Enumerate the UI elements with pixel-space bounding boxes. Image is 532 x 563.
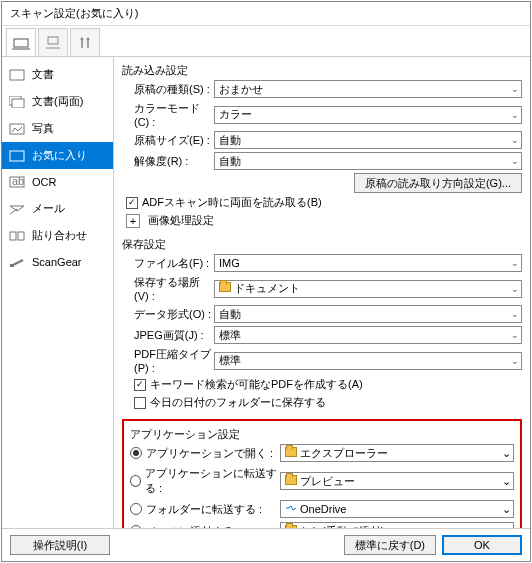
- scangear-icon: [8, 255, 26, 269]
- orientation-button[interactable]: 原稿の読み取り方向設定(G)...: [354, 173, 522, 193]
- mode-tabs: [2, 26, 530, 57]
- document-duplex-icon: [8, 95, 26, 109]
- adf-checkbox[interactable]: ✓: [126, 197, 138, 209]
- send-app-select[interactable]: プレビュー⌄: [280, 472, 514, 490]
- sidebar-item-label: OCR: [32, 176, 56, 188]
- save-section-title: 保存設定: [122, 237, 522, 252]
- main-panel: 読み込み設定 原稿の種類(S) : おまかせ⌄ カラーモード(C) : カラー⌄…: [114, 57, 530, 528]
- tab-scanner[interactable]: [6, 28, 36, 56]
- sidebar-item-scangear[interactable]: ScanGear: [2, 249, 113, 275]
- sidebar-item-document-duplex[interactable]: 文書(両面): [2, 88, 113, 115]
- adf-label: ADFスキャン時に両面を読み取る(B): [142, 195, 322, 210]
- svg-rect-10: [12, 99, 24, 108]
- send-folder-select[interactable]: OneDrive⌄: [280, 500, 514, 518]
- svg-rect-15: [10, 232, 16, 240]
- folder-icon: [285, 447, 297, 457]
- sidebar-item-label: 貼り合わせ: [32, 228, 87, 243]
- radio-open-app[interactable]: [130, 447, 142, 459]
- color-select[interactable]: カラー⌄: [214, 106, 522, 124]
- image-proc-label: 画像処理設定: [148, 213, 214, 228]
- sidebar-item-label: ScanGear: [32, 256, 82, 268]
- radio-send-folder[interactable]: [130, 503, 142, 515]
- svg-rect-8: [10, 70, 24, 80]
- app-settings-section: アプリケーション設定 アプリケーションで開く : エクスプローラー⌄ アプリケー…: [122, 419, 522, 528]
- filename-label: ファイル名(F) :: [122, 256, 214, 271]
- instructions-button[interactable]: 操作説明(I): [10, 535, 110, 555]
- sidebar-item-ocr[interactable]: ab OCR: [2, 169, 113, 195]
- document-icon: [8, 68, 26, 82]
- folder-icon: [219, 282, 231, 292]
- format-select[interactable]: 自動⌄: [214, 305, 522, 323]
- favorite-icon: [8, 149, 26, 163]
- open-app-select[interactable]: エクスプローラー⌄: [280, 444, 514, 462]
- sidebar-item-document[interactable]: 文書: [2, 61, 113, 88]
- scan-settings-window: スキャン設定(お気に入り) 文書 文書(両面) 写真: [1, 1, 531, 562]
- app-section-title: アプリケーション設定: [130, 427, 514, 442]
- sidebar-item-label: メール: [32, 201, 65, 216]
- location-select[interactable]: ドキュメント⌄: [214, 280, 522, 298]
- sidebar-item-photo[interactable]: 写真: [2, 115, 113, 142]
- svg-rect-16: [18, 232, 24, 240]
- filename-input[interactable]: IMG⌄: [214, 254, 522, 272]
- photo-icon: [8, 122, 26, 136]
- image-proc-expand[interactable]: +: [126, 214, 140, 228]
- read-section-title: 読み込み設定: [122, 63, 522, 78]
- svg-rect-11: [10, 124, 24, 134]
- sidebar-item-label: 文書: [32, 67, 54, 82]
- jpeg-select[interactable]: 標準⌄: [214, 326, 522, 344]
- defaults-button[interactable]: 標準に戻す(D): [344, 535, 436, 555]
- size-label: 原稿サイズ(E) :: [122, 133, 214, 148]
- today-checkbox[interactable]: [134, 397, 146, 409]
- pdf-label: PDF圧縮タイプ(P) :: [122, 347, 214, 374]
- svg-rect-0: [14, 39, 28, 47]
- svg-rect-12: [10, 151, 24, 161]
- format-label: データ形式(O) :: [122, 307, 214, 322]
- tab-network[interactable]: [38, 28, 68, 56]
- sidebar-item-label: 文書(両面): [32, 94, 83, 109]
- svg-text:ab: ab: [12, 176, 24, 187]
- svg-rect-17: [10, 264, 14, 267]
- size-select[interactable]: 自動⌄: [214, 131, 522, 149]
- stitch-icon: [8, 229, 26, 243]
- svg-rect-2: [48, 37, 58, 44]
- sidebar-item-favorite[interactable]: お気に入り: [2, 142, 113, 169]
- radio-send-app[interactable]: [130, 475, 141, 487]
- sidebar-item-mail[interactable]: メール: [2, 195, 113, 222]
- folder-icon: [285, 525, 297, 529]
- read-settings-section: 読み込み設定 原稿の種類(S) : おまかせ⌄ カラーモード(C) : カラー⌄…: [122, 63, 522, 231]
- ocr-icon: ab: [8, 175, 26, 189]
- keyword-checkbox[interactable]: ✓: [134, 379, 146, 391]
- sidebar: 文書 文書(両面) 写真 お気に入り ab OCR メール: [2, 57, 114, 528]
- sidebar-item-stitch[interactable]: 貼り合わせ: [2, 222, 113, 249]
- mail-icon: [8, 202, 26, 216]
- save-settings-section: 保存設定 ファイル名(F) : IMG⌄ 保存する場所(V) : ドキュメント⌄…: [122, 237, 522, 413]
- window-title: スキャン設定(お気に入り): [2, 2, 530, 26]
- tab-tools[interactable]: [70, 28, 100, 56]
- svg-point-7: [87, 37, 90, 40]
- jpeg-label: JPEG画質(J) :: [122, 328, 214, 343]
- color-label: カラーモード(C) :: [122, 101, 214, 128]
- resolution-select[interactable]: 自動⌄: [214, 152, 522, 170]
- source-select[interactable]: おまかせ⌄: [214, 80, 522, 98]
- source-label: 原稿の種類(S) :: [122, 82, 214, 97]
- svg-point-6: [81, 37, 84, 40]
- ok-button[interactable]: OK: [442, 535, 522, 555]
- today-label: 今日の日付のフォルダーに保存する: [150, 395, 326, 410]
- sidebar-item-label: お気に入り: [32, 148, 87, 163]
- keyword-label: キーワード検索が可能なPDFを作成する(A): [150, 377, 363, 392]
- pdf-select[interactable]: 標準⌄: [214, 352, 522, 370]
- folder-icon: [285, 475, 297, 485]
- footer: 操作説明(I) 標準に戻す(D) OK: [2, 528, 530, 561]
- sidebar-item-label: 写真: [32, 121, 54, 136]
- resolution-label: 解像度(R) :: [122, 154, 214, 169]
- location-label: 保存する場所(V) :: [122, 275, 214, 302]
